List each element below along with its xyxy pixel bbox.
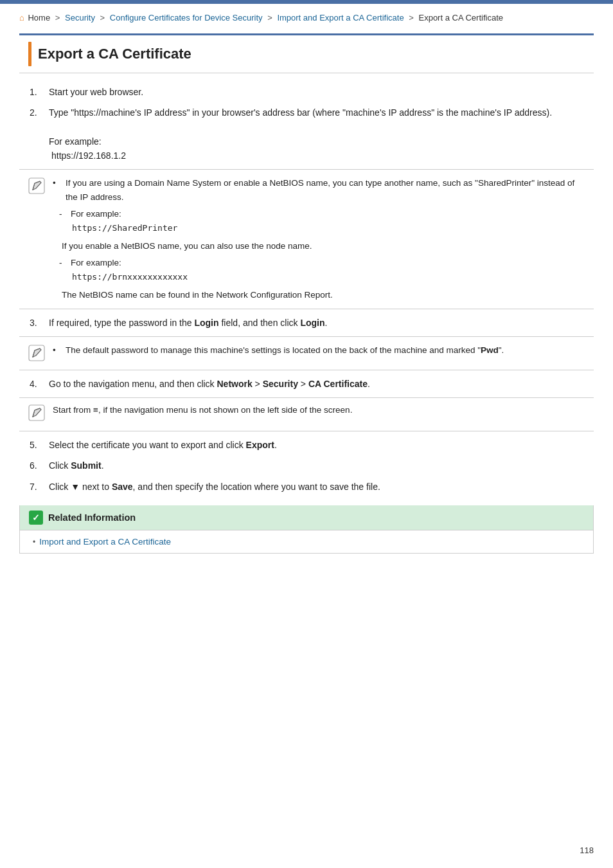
note-1-sub2-label: For example: bbox=[71, 256, 121, 270]
step-1: 1. Start your web browser. bbox=[19, 85, 594, 99]
pencil-icon-1 bbox=[28, 177, 45, 302]
pencil-icon-3 bbox=[28, 404, 45, 426]
note-2-content: • The default password to manage this ma… bbox=[53, 343, 585, 363]
note-2-text: The default password to manage this mach… bbox=[66, 343, 504, 357]
related-bullet: • bbox=[33, 538, 35, 547]
note-1-footer: The NetBIOS name can be found in the Net… bbox=[62, 288, 585, 302]
title-accent bbox=[28, 42, 31, 66]
related-body: • Import and Export a CA Certificate bbox=[20, 530, 593, 553]
note-1-bullet-text: If you are using a Domain Name System or… bbox=[66, 176, 585, 204]
step-2-text: Type "https://machine's IP address" in y… bbox=[49, 107, 552, 118]
related-item-1: • Import and Export a CA Certificate bbox=[33, 537, 580, 547]
step-6-text: Click Submit. bbox=[49, 458, 594, 473]
pencil-icon-2 bbox=[28, 345, 45, 363]
step-7: 7. Click ▼ next to Save, and then specif… bbox=[19, 480, 594, 494]
note-1-sub2-url: https://brnxxxxxxxxxxxx bbox=[72, 271, 585, 284]
related-header: ✓ Related Information bbox=[20, 505, 593, 530]
note-1-sub2: - For example: bbox=[59, 256, 585, 270]
home-icon: ⌂ bbox=[19, 13, 24, 23]
step-4-text: Go to the navigation menu, and then clic… bbox=[49, 377, 594, 391]
note-2-bullet: • The default password to manage this ma… bbox=[53, 343, 585, 357]
steps-list: 1. Start your web browser. 2. Type "http… bbox=[19, 85, 594, 494]
related-section: ✓ Related Information • Import and Expor… bbox=[19, 505, 594, 554]
step-2-forexample: For example: https://192.168.1.2 bbox=[49, 136, 126, 161]
note-1-sub1: - For example: bbox=[59, 207, 585, 221]
step-2-num: 2. bbox=[30, 105, 44, 163]
step-4: 4. Go to the navigation menu, and then c… bbox=[19, 377, 594, 391]
breadcrumb-configure-certs[interactable]: Configure Certificates for Device Securi… bbox=[110, 13, 263, 23]
step-3-text: If required, type the password in the Lo… bbox=[49, 316, 594, 330]
step-5-text: Select the certificate you want to expor… bbox=[49, 438, 594, 452]
step-5: 5. Select the certificate you want to ex… bbox=[19, 438, 594, 452]
step-1-text: Start your web browser. bbox=[49, 85, 594, 99]
note-1-netbios-text: If you enable a NetBIOS name, you can al… bbox=[62, 239, 585, 253]
step-3-num: 3. bbox=[30, 316, 44, 330]
step-7-text: Click ▼ next to Save, and then specify t… bbox=[49, 480, 594, 494]
step-1-num: 1. bbox=[30, 85, 44, 99]
step-6: 6. Click Submit. bbox=[19, 458, 594, 473]
note-3-content: Start from ≡, if the navigation menu is … bbox=[53, 403, 585, 417]
step-5-num: 5. bbox=[30, 438, 44, 452]
page-title: Export a CA Certificate bbox=[38, 46, 191, 62]
related-link-1[interactable]: Import and Export a CA Certificate bbox=[39, 537, 171, 547]
related-title: Related Information bbox=[48, 512, 136, 523]
note-box-2: • The default password to manage this ma… bbox=[19, 336, 594, 370]
step-2-url: https://192.168.1.2 bbox=[51, 150, 126, 161]
note-1-content: • If you are using a Domain Name System … bbox=[53, 176, 585, 302]
breadcrumb-import-export-ca[interactable]: Import and Export a CA Certificate bbox=[277, 13, 404, 23]
breadcrumb-home[interactable]: Home bbox=[28, 13, 50, 23]
title-section: Export a CA Certificate bbox=[19, 33, 594, 73]
note-1-bullet: • If you are using a Domain Name System … bbox=[53, 176, 585, 204]
breadcrumb-current: Export a CA Certificate bbox=[418, 13, 503, 23]
step-3: 3. If required, type the password in the… bbox=[19, 316, 594, 330]
note-1-sub1-label: For example: bbox=[71, 207, 121, 221]
step-2-content: Type "https://machine's IP address" in y… bbox=[49, 105, 594, 163]
note-box-3: Start from ≡, if the navigation menu is … bbox=[19, 397, 594, 431]
check-icon: ✓ bbox=[29, 511, 43, 525]
step-2: 2. Type "https://machine's IP address" i… bbox=[19, 105, 594, 163]
step-7-num: 7. bbox=[30, 480, 44, 494]
step-6-num: 6. bbox=[30, 458, 44, 473]
step-4-num: 4. bbox=[30, 377, 44, 391]
note-box-1: • If you are using a Domain Name System … bbox=[19, 169, 594, 309]
page-number: 118 bbox=[580, 845, 594, 855]
note-1-sub1-url: https://SharedPrinter bbox=[72, 222, 585, 235]
breadcrumb-security[interactable]: Security bbox=[65, 13, 95, 23]
breadcrumb: ⌂ Home > Security > Configure Certificat… bbox=[19, 12, 594, 24]
